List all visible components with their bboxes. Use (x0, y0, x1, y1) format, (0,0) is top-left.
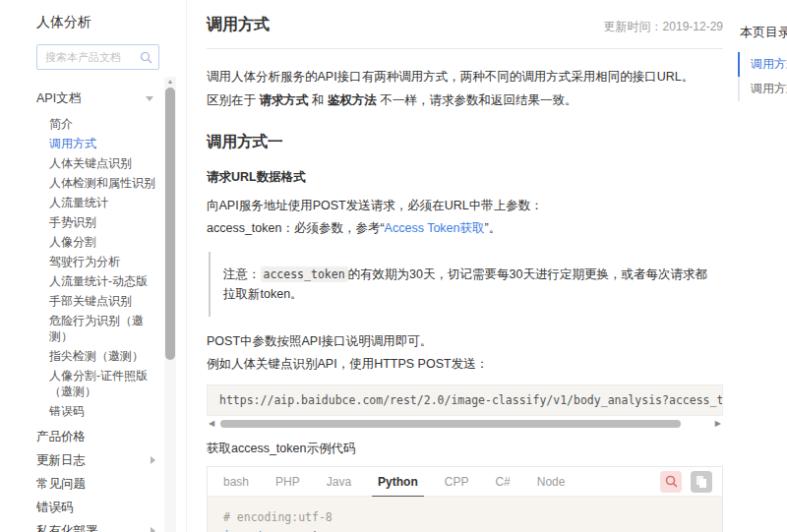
subsection-title-url-format: 请求URL数据格式 (207, 169, 723, 186)
code-toolbar (660, 471, 712, 493)
horizontal-scrollbar[interactable]: ◀ ▶ (207, 418, 723, 430)
scroll-up-icon[interactable]: ▲ (164, 77, 176, 87)
sidebar-item-portrait-seg[interactable]: 人像分割 (0, 232, 186, 252)
horizontal-scrollbar-thumb[interactable] (220, 420, 681, 428)
sidebar-item-crowd-dynamic[interactable]: 人流量统计-动态版 (0, 271, 186, 291)
sidebar-item-changelog[interactable]: 更新日志 (0, 448, 186, 472)
paragraph-example: 例如人体关键点识别API，使用HTTPS POST发送： (207, 354, 723, 375)
sidebar-item-fingertip[interactable]: 指尖检测（邀测） (0, 346, 186, 366)
text: 和 (308, 93, 327, 107)
code-sample-panel: bash PHP Java Python CPP C# Node (207, 466, 723, 532)
tab-node[interactable]: Node (535, 467, 568, 497)
search-input[interactable] (45, 51, 140, 63)
main-content: 调用方式 更新时间：2019-12-29 调用人体分析服务的API接口有两种调用… (207, 0, 723, 532)
text: access_token：必须参数，参考“ (207, 221, 385, 235)
chevron-right-icon (151, 527, 155, 532)
paragraph-access-token: access_token：必须参数，参考“Access Token获取”。 (207, 218, 723, 239)
bold-auth-method: 鉴权方法 (328, 93, 377, 107)
code-editor[interactable]: # encoding:utf-8import requests # client… (208, 497, 722, 532)
sidebar-item-label: 错误码 (36, 501, 74, 514)
url-code-block: https://aip.baidubce.com/rest/2.0/image-… (207, 384, 723, 416)
tab-java[interactable]: Java (325, 467, 353, 497)
text: ”。 (485, 221, 502, 235)
sidebar-group-children: 简介 调用方式 人体关键点识别 人体检测和属性识别 人流量统计 手势识别 人像分… (0, 114, 186, 421)
page-toc: 本页目录 调用方式一 调用方式二 (738, 0, 787, 101)
bold-request-method: 请求方式 (259, 93, 308, 107)
sidebar-item-label: 产品价格 (36, 430, 86, 443)
code-language-tabs: bash PHP Java Python CPP C# Node (208, 467, 722, 497)
sidebar-nav: API文档 简介 调用方式 人体关键点识别 人体检测和属性识别 人流量统计 手势… (0, 87, 186, 532)
title-divider (207, 48, 723, 49)
sidebar-item-body-keypoints[interactable]: 人体关键点识别 (0, 153, 186, 173)
copy-code-button[interactable] (691, 471, 712, 493)
sidebar-item-error-code[interactable]: 错误码 (0, 401, 186, 421)
tab-bash[interactable]: bash (221, 467, 251, 497)
sidebar-item-label: 更新日志 (36, 453, 86, 467)
tab-csharp[interactable]: C# (493, 467, 512, 497)
toc-item-method-two[interactable]: 调用方式二 (738, 77, 787, 101)
text: 不一样，请求参数和返回结果一致。 (377, 93, 576, 107)
sidebar-item-pricing[interactable]: 产品价格 (0, 425, 186, 448)
toc-title: 本页目录 (740, 24, 787, 41)
sidebar-item-gesture[interactable]: 手势识别 (0, 212, 186, 232)
access-token-link[interactable]: Access Token获取 (385, 221, 485, 235)
sidebar-item-private-deploy[interactable]: 私有化部署 (0, 519, 186, 532)
toc-list: 调用方式一 调用方式二 (738, 52, 787, 101)
sidebar-item-idphoto-seg[interactable]: 人像分割-证件照版（邀测） (0, 366, 186, 401)
sidebar-item-body-detect[interactable]: 人体检测和属性识别 (0, 173, 186, 193)
scroll-right-icon[interactable]: ▶ (715, 419, 721, 429)
updated-label: 更新时间： (604, 20, 663, 33)
updated-date: 2019-12-29 (663, 20, 723, 33)
sidebar-item-intro[interactable]: 简介 (0, 114, 186, 134)
sidebar-item-driver-behavior[interactable]: 驾驶行为分析 (0, 252, 186, 271)
sidebar-top-items: 产品价格 更新日志 常见问题 错误码 私有化部署 Java SDK文档 PHP … (0, 425, 186, 532)
tab-cpp[interactable]: CPP (443, 467, 471, 497)
sidebar-group-api-docs[interactable]: API文档 (0, 87, 186, 110)
sidebar-item-label: 常见问题 (36, 477, 86, 491)
scroll-left-icon[interactable]: ◀ (209, 419, 214, 429)
sidebar-scrollbar-thumb[interactable] (165, 88, 175, 360)
product-title: 人体分析 (36, 14, 186, 31)
paragraph-post-params: POST中参数按照API接口说明调用即可。 (207, 331, 723, 352)
inline-code-access-token: access_token (261, 266, 348, 282)
sidebar-item-invoke-method[interactable]: 调用方式 (0, 134, 186, 153)
sidebar-item-label: 私有化部署 (36, 524, 98, 532)
search-icon (140, 51, 152, 64)
tab-python[interactable]: Python (376, 467, 420, 497)
sidebar-item-faq[interactable]: 常见问题 (0, 472, 186, 496)
copy-icon (696, 475, 707, 489)
sidebar: 人体分析 API文档 简介 调用方式 人体关键点识别 人体检测和属性识别 人流量… (0, 0, 187, 532)
code-search-button[interactable] (660, 471, 682, 493)
code-lines: # encoding:utf-8import requests # client… (223, 508, 722, 532)
note-block: 注意：access_token的有效期为30天，切记需要每30天进行定期更换，或… (209, 252, 723, 317)
search-icon (665, 475, 678, 488)
page-header: 调用方式 更新时间：2019-12-29 (207, 0, 723, 35)
page-title: 调用方式 (207, 15, 270, 35)
sidebar-item-crowd-count[interactable]: 人流量统计 (0, 193, 186, 212)
chevron-right-icon (151, 456, 155, 464)
text: 区别在于 (207, 93, 259, 107)
sidebar-group-label: API文档 (36, 91, 81, 105)
note-label: 注意： (223, 267, 261, 281)
toc-item-method-one[interactable]: 调用方式一 (738, 52, 787, 77)
section-title-method-one: 调用方式一 (207, 132, 723, 152)
sidebar-item-hand-keypoints[interactable]: 手部关键点识别 (0, 291, 186, 311)
tab-php[interactable]: PHP (273, 467, 302, 497)
search-box[interactable] (36, 44, 159, 70)
chevron-down-icon (146, 96, 153, 101)
updated-time: 更新时间：2019-12-29 (604, 19, 723, 35)
paragraph-post-request: 向API服务地址使用POST发送请求，必须在URL中带上参数： (207, 196, 723, 216)
sidebar-scrollbar[interactable]: ▲ (164, 77, 176, 532)
intro-paragraph-2: 区别在于 请求方式 和 鉴权方法 不一样，请求参数和返回结果一致。 (207, 90, 723, 111)
intro-paragraph-1: 调用人体分析服务的API接口有两种调用方式，两种不同的调用方式采用相同的接口UR… (207, 67, 723, 88)
paragraph-sample-code: 获取access_token示例代码 (207, 439, 723, 459)
sidebar-item-error-codes[interactable]: 错误码 (0, 496, 186, 519)
sidebar-item-danger-behavior[interactable]: 危险行为识别（邀测） (0, 311, 186, 346)
